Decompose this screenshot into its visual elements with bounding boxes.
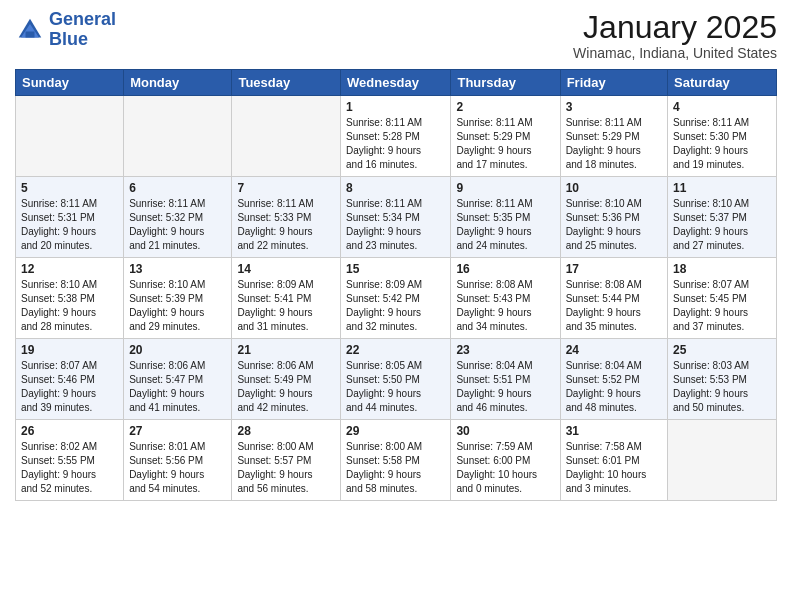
day-info: Sunrise: 8:07 AM Sunset: 5:45 PM Dayligh… [673, 278, 771, 334]
day-number: 23 [456, 343, 554, 357]
page: General Blue January 2025 Winamac, India… [0, 0, 792, 612]
table-row: 26Sunrise: 8:02 AM Sunset: 5:55 PM Dayli… [16, 420, 124, 501]
calendar-subtitle: Winamac, Indiana, United States [573, 45, 777, 61]
table-row: 29Sunrise: 8:00 AM Sunset: 5:58 PM Dayli… [341, 420, 451, 501]
day-number: 21 [237, 343, 335, 357]
day-info: Sunrise: 8:10 AM Sunset: 5:36 PM Dayligh… [566, 197, 662, 253]
calendar-title: January 2025 [573, 10, 777, 45]
table-row: 3Sunrise: 8:11 AM Sunset: 5:29 PM Daylig… [560, 96, 667, 177]
table-row: 12Sunrise: 8:10 AM Sunset: 5:38 PM Dayli… [16, 258, 124, 339]
day-info: Sunrise: 8:11 AM Sunset: 5:31 PM Dayligh… [21, 197, 118, 253]
table-row: 19Sunrise: 8:07 AM Sunset: 5:46 PM Dayli… [16, 339, 124, 420]
day-number: 10 [566, 181, 662, 195]
table-row: 13Sunrise: 8:10 AM Sunset: 5:39 PM Dayli… [124, 258, 232, 339]
day-number: 20 [129, 343, 226, 357]
day-number: 15 [346, 262, 445, 276]
header: General Blue January 2025 Winamac, India… [15, 10, 777, 61]
table-row: 15Sunrise: 8:09 AM Sunset: 5:42 PM Dayli… [341, 258, 451, 339]
table-row: 31Sunrise: 7:58 AM Sunset: 6:01 PM Dayli… [560, 420, 667, 501]
day-number: 2 [456, 100, 554, 114]
table-row: 5Sunrise: 8:11 AM Sunset: 5:31 PM Daylig… [16, 177, 124, 258]
day-number: 28 [237, 424, 335, 438]
day-info: Sunrise: 8:00 AM Sunset: 5:57 PM Dayligh… [237, 440, 335, 496]
day-info: Sunrise: 8:08 AM Sunset: 5:43 PM Dayligh… [456, 278, 554, 334]
logo: General Blue [15, 10, 116, 50]
table-row [232, 96, 341, 177]
day-number: 9 [456, 181, 554, 195]
day-number: 29 [346, 424, 445, 438]
day-number: 7 [237, 181, 335, 195]
day-info: Sunrise: 8:11 AM Sunset: 5:28 PM Dayligh… [346, 116, 445, 172]
table-row [16, 96, 124, 177]
table-row: 21Sunrise: 8:06 AM Sunset: 5:49 PM Dayli… [232, 339, 341, 420]
calendar-week-row: 5Sunrise: 8:11 AM Sunset: 5:31 PM Daylig… [16, 177, 777, 258]
day-number: 26 [21, 424, 118, 438]
day-number: 31 [566, 424, 662, 438]
day-info: Sunrise: 8:07 AM Sunset: 5:46 PM Dayligh… [21, 359, 118, 415]
day-number: 5 [21, 181, 118, 195]
table-row: 23Sunrise: 8:04 AM Sunset: 5:51 PM Dayli… [451, 339, 560, 420]
table-row: 11Sunrise: 8:10 AM Sunset: 5:37 PM Dayli… [668, 177, 777, 258]
day-number: 8 [346, 181, 445, 195]
day-info: Sunrise: 7:59 AM Sunset: 6:00 PM Dayligh… [456, 440, 554, 496]
day-info: Sunrise: 8:02 AM Sunset: 5:55 PM Dayligh… [21, 440, 118, 496]
day-info: Sunrise: 7:58 AM Sunset: 6:01 PM Dayligh… [566, 440, 662, 496]
day-info: Sunrise: 8:00 AM Sunset: 5:58 PM Dayligh… [346, 440, 445, 496]
day-number: 11 [673, 181, 771, 195]
calendar-week-row: 1Sunrise: 8:11 AM Sunset: 5:28 PM Daylig… [16, 96, 777, 177]
table-row: 24Sunrise: 8:04 AM Sunset: 5:52 PM Dayli… [560, 339, 667, 420]
table-row: 9Sunrise: 8:11 AM Sunset: 5:35 PM Daylig… [451, 177, 560, 258]
day-number: 13 [129, 262, 226, 276]
day-number: 14 [237, 262, 335, 276]
day-info: Sunrise: 8:10 AM Sunset: 5:39 PM Dayligh… [129, 278, 226, 334]
day-number: 16 [456, 262, 554, 276]
day-info: Sunrise: 8:05 AM Sunset: 5:50 PM Dayligh… [346, 359, 445, 415]
table-row: 2Sunrise: 8:11 AM Sunset: 5:29 PM Daylig… [451, 96, 560, 177]
day-number: 4 [673, 100, 771, 114]
table-row [124, 96, 232, 177]
table-row: 28Sunrise: 8:00 AM Sunset: 5:57 PM Dayli… [232, 420, 341, 501]
header-tuesday: Tuesday [232, 70, 341, 96]
day-info: Sunrise: 8:09 AM Sunset: 5:41 PM Dayligh… [237, 278, 335, 334]
table-row: 22Sunrise: 8:05 AM Sunset: 5:50 PM Dayli… [341, 339, 451, 420]
header-monday: Monday [124, 70, 232, 96]
day-number: 3 [566, 100, 662, 114]
day-info: Sunrise: 8:06 AM Sunset: 5:49 PM Dayligh… [237, 359, 335, 415]
day-number: 17 [566, 262, 662, 276]
table-row: 1Sunrise: 8:11 AM Sunset: 5:28 PM Daylig… [341, 96, 451, 177]
logo-text-line1: General [49, 10, 116, 30]
day-info: Sunrise: 8:10 AM Sunset: 5:37 PM Dayligh… [673, 197, 771, 253]
table-row: 6Sunrise: 8:11 AM Sunset: 5:32 PM Daylig… [124, 177, 232, 258]
header-sunday: Sunday [16, 70, 124, 96]
table-row: 30Sunrise: 7:59 AM Sunset: 6:00 PM Dayli… [451, 420, 560, 501]
day-number: 25 [673, 343, 771, 357]
svg-rect-2 [26, 31, 35, 37]
logo-text-line2: Blue [49, 30, 116, 50]
day-info: Sunrise: 8:08 AM Sunset: 5:44 PM Dayligh… [566, 278, 662, 334]
day-info: Sunrise: 8:11 AM Sunset: 5:32 PM Dayligh… [129, 197, 226, 253]
table-row: 7Sunrise: 8:11 AM Sunset: 5:33 PM Daylig… [232, 177, 341, 258]
day-info: Sunrise: 8:03 AM Sunset: 5:53 PM Dayligh… [673, 359, 771, 415]
table-row: 17Sunrise: 8:08 AM Sunset: 5:44 PM Dayli… [560, 258, 667, 339]
table-row: 25Sunrise: 8:03 AM Sunset: 5:53 PM Dayli… [668, 339, 777, 420]
calendar-week-row: 12Sunrise: 8:10 AM Sunset: 5:38 PM Dayli… [16, 258, 777, 339]
table-row: 8Sunrise: 8:11 AM Sunset: 5:34 PM Daylig… [341, 177, 451, 258]
table-row: 27Sunrise: 8:01 AM Sunset: 5:56 PM Dayli… [124, 420, 232, 501]
header-thursday: Thursday [451, 70, 560, 96]
day-info: Sunrise: 8:11 AM Sunset: 5:29 PM Dayligh… [566, 116, 662, 172]
day-info: Sunrise: 8:04 AM Sunset: 5:51 PM Dayligh… [456, 359, 554, 415]
table-row: 4Sunrise: 8:11 AM Sunset: 5:30 PM Daylig… [668, 96, 777, 177]
day-number: 12 [21, 262, 118, 276]
day-info: Sunrise: 8:11 AM Sunset: 5:35 PM Dayligh… [456, 197, 554, 253]
table-row: 16Sunrise: 8:08 AM Sunset: 5:43 PM Dayli… [451, 258, 560, 339]
day-number: 19 [21, 343, 118, 357]
day-number: 1 [346, 100, 445, 114]
header-wednesday: Wednesday [341, 70, 451, 96]
table-row: 14Sunrise: 8:09 AM Sunset: 5:41 PM Dayli… [232, 258, 341, 339]
calendar-table: Sunday Monday Tuesday Wednesday Thursday… [15, 69, 777, 501]
table-row: 10Sunrise: 8:10 AM Sunset: 5:36 PM Dayli… [560, 177, 667, 258]
day-number: 30 [456, 424, 554, 438]
header-friday: Friday [560, 70, 667, 96]
title-block: January 2025 Winamac, Indiana, United St… [573, 10, 777, 61]
calendar-week-row: 19Sunrise: 8:07 AM Sunset: 5:46 PM Dayli… [16, 339, 777, 420]
